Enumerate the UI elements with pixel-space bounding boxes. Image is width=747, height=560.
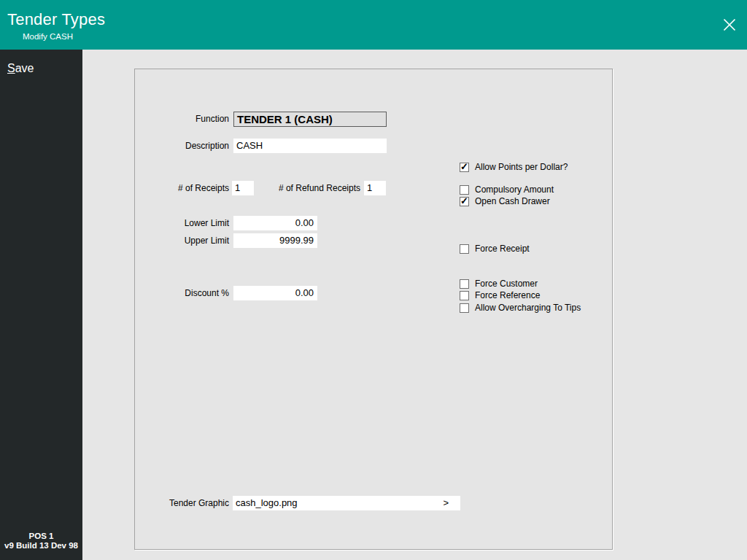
page-title: Tender Types: [7, 10, 105, 29]
checkbox-icon[interactable]: [460, 291, 469, 300]
function-label: Function: [135, 112, 229, 127]
save-button[interactable]: Save: [7, 62, 34, 75]
discount-label: Discount %: [135, 286, 229, 300]
sidebar: Save POS 1 v9 Build 13 Dev 98: [0, 50, 82, 560]
tender-graphic-value: cash_logo.png: [236, 496, 298, 510]
checkbox-icon[interactable]: [460, 244, 469, 254]
close-button[interactable]: [719, 15, 740, 35]
discount-field[interactable]: 0.00: [233, 286, 317, 300]
refund-receipts-label: # of Refund Receipts: [244, 181, 360, 195]
checkbox-label: Compulsory Amount: [475, 185, 554, 195]
checkbox-icon[interactable]: [460, 197, 469, 206]
page-subtitle: Modify CASH: [23, 32, 73, 41]
checkbox-force-customer[interactable]: Force Customer: [460, 279, 538, 289]
main-area: Function TENDER 1 (CASH) Description CAS…: [82, 50, 747, 560]
sidebar-footer: POS 1 v9 Build 13 Dev 98: [0, 532, 82, 551]
checkbox-label: Force Customer: [475, 279, 538, 289]
checkbox-label: Allow Points per Dollar?: [475, 163, 568, 172]
checkbox-icon[interactable]: [460, 185, 469, 195]
checkbox-force-reference[interactable]: Force Reference: [460, 290, 540, 300]
pos-station-label: POS 1: [0, 532, 82, 541]
lower-limit-label: Lower Limit: [135, 216, 229, 230]
form-panel: Function TENDER 1 (CASH) Description CAS…: [134, 69, 613, 550]
checkbox-icon[interactable]: [460, 303, 469, 313]
checkbox-allow-overcharging-to-tips[interactable]: Allow Overcharging To Tips: [460, 303, 581, 313]
checkbox-label: Force Receipt: [475, 244, 530, 254]
checkbox-label: Allow Overcharging To Tips: [475, 303, 581, 313]
description-label: Description: [135, 139, 229, 153]
receipts-label: # of Receipts: [135, 181, 229, 195]
refund-receipts-field[interactable]: 1: [364, 181, 386, 195]
upper-limit-label: Upper Limit: [135, 233, 229, 248]
checkbox-icon[interactable]: [460, 279, 469, 289]
description-field[interactable]: CASH: [233, 139, 387, 153]
tender-graphic-label: Tender Graphic: [135, 496, 229, 510]
function-field: TENDER 1 (CASH): [233, 112, 387, 127]
checkbox-label: Force Reference: [475, 291, 540, 300]
browse-arrow-icon[interactable]: >: [443, 496, 449, 510]
checkbox-label: Open Cash Drawer: [475, 197, 550, 206]
save-accesskey: S: [7, 62, 15, 74]
tender-graphic-field[interactable]: cash_logo.png >: [233, 496, 460, 510]
checkbox-open-cash-drawer[interactable]: Open Cash Drawer: [460, 196, 550, 206]
checkbox-force-receipt[interactable]: Force Receipt: [460, 244, 530, 254]
checkbox-allow-points-per-dollar[interactable]: Allow Points per Dollar?: [460, 162, 568, 172]
checkbox-icon[interactable]: [460, 163, 469, 172]
version-label: v9 Build 13 Dev 98: [0, 541, 82, 551]
checkbox-compulsory-amount[interactable]: Compulsory Amount: [460, 184, 554, 195]
upper-limit-field[interactable]: 9999.99: [233, 233, 317, 248]
close-icon: [722, 18, 737, 32]
lower-limit-field[interactable]: 0.00: [233, 216, 317, 230]
save-label: ave: [15, 62, 34, 74]
header: Tender Types Modify CASH: [0, 0, 747, 50]
